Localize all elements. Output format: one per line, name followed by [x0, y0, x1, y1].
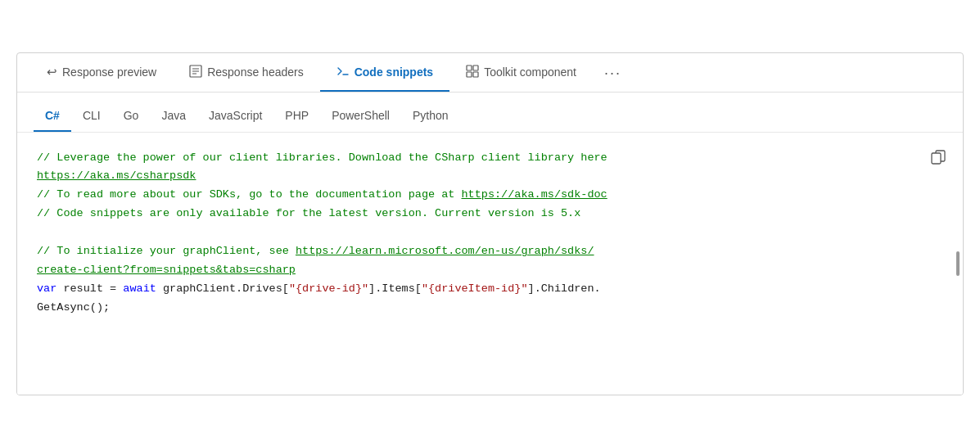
toolkit-component-icon [466, 65, 479, 80]
svg-rect-5 [473, 65, 478, 70]
svg-rect-7 [473, 72, 478, 77]
lang-tab-csharp[interactable]: C# [34, 102, 71, 132]
tab-code-snippets[interactable]: Code snippets [320, 53, 449, 92]
code-snippets-icon [336, 65, 350, 80]
tab-toolkit-component[interactable]: Toolkit component [449, 53, 593, 92]
lang-tab-cli[interactable]: CLI [71, 102, 112, 132]
code-line-8: GetAsync(); [37, 299, 922, 318]
main-panel: ↩ Response preview Response headers [16, 52, 964, 395]
language-tabs-bar: C# CLI Go Java JavaScript PHP PowerShell… [17, 93, 963, 133]
code-line-blank [37, 224, 922, 242]
lang-tab-php[interactable]: PHP [273, 102, 320, 132]
top-tabs-bar: ↩ Response preview Response headers [17, 53, 963, 93]
code-line-3: // To read more about our SDKs, go to th… [37, 186, 922, 205]
code-block: // Leverage the power of our client libr… [37, 149, 922, 318]
tab-response-headers-label: Response headers [207, 65, 304, 79]
response-preview-icon: ↩ [47, 65, 57, 79]
more-tabs-button[interactable]: ··· [596, 53, 630, 92]
scrollbar-thumb[interactable] [956, 251, 960, 276]
code-line-1: // Leverage the power of our client libr… [37, 149, 922, 168]
tab-code-snippets-label: Code snippets [355, 65, 433, 79]
response-headers-icon [189, 65, 202, 80]
tab-response-headers[interactable]: Response headers [173, 53, 320, 92]
tab-toolkit-label: Toolkit component [484, 65, 576, 79]
lang-tab-java[interactable]: Java [150, 102, 197, 132]
lang-tab-go[interactable]: Go [112, 102, 151, 132]
code-area: // Leverage the power of our client libr… [17, 133, 963, 395]
code-line-2: https://aka.ms/csharpsdk [37, 167, 922, 186]
svg-rect-9 [932, 153, 941, 164]
code-line-6: create-client?from=snippets&tabs=csharp [37, 261, 922, 280]
svg-rect-6 [467, 72, 472, 77]
copy-button[interactable] [927, 146, 950, 169]
code-line-5: // To initialize your graphClient, see h… [37, 242, 922, 261]
svg-rect-4 [467, 65, 472, 70]
code-line-7: var result = await graphClient.Drives["{… [37, 280, 922, 299]
code-line-4: // Code snippets are only available for … [37, 205, 922, 224]
lang-tab-powershell[interactable]: PowerShell [320, 102, 401, 132]
tab-response-preview[interactable]: ↩ Response preview [30, 53, 173, 91]
lang-tab-python[interactable]: Python [401, 102, 460, 132]
tab-response-preview-label: Response preview [62, 65, 156, 79]
lang-tab-javascript[interactable]: JavaScript [197, 102, 273, 132]
